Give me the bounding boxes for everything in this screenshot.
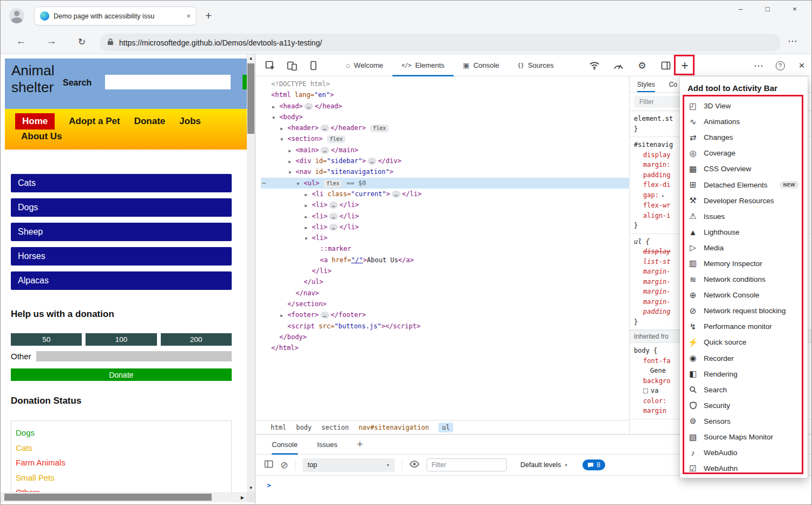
dom-tree-row[interactable]: <html lang="en"> [261,89,629,100]
amount-100-button[interactable]: 100 [86,333,156,346]
back-button[interactable]: ← [14,35,29,47]
dom-tree-row[interactable]: <a href="/">About Us</a> [261,255,629,266]
menu-item-webauthn[interactable]: ☑WebAuthn [680,461,808,476]
devtools-more-icon[interactable]: ⋯ [751,59,765,73]
menu-item-media[interactable]: ▷Media [680,240,808,256]
menu-item-quick-source[interactable]: ⚡Quick source [680,334,808,350]
menu-item-3d-view[interactable]: ◰3D View [680,98,808,114]
devtools-tab-welcome[interactable]: ⌂Welcome [337,54,392,76]
add-tool-button[interactable]: + [678,59,692,73]
collapsed-content-icon[interactable]: … [304,103,313,110]
cats-button[interactable]: Cats [11,174,232,192]
checkbox-icon[interactable] [643,389,648,393]
menu-item-network-request-blocking[interactable]: ⊘Network request blocking [680,303,808,319]
console-filter-input[interactable]: Filter [427,458,507,471]
new-tab-button[interactable]: + [205,9,212,22]
dom-tree-row[interactable]: ▶<div id="sidebar">…</div> [261,156,629,166]
nav-item-jobs[interactable]: Jobs [179,116,201,127]
scroll-right-icon[interactable]: ▶ [241,495,244,500]
menu-item-detached-elements[interactable]: ⊞Detached ElementsNEW [680,177,808,192]
eye-icon[interactable] [409,460,420,470]
dogs-button[interactable]: Dogs [11,198,232,217]
devtools-close-icon[interactable]: × [795,59,809,73]
menu-item-webaudio[interactable]: ♪WebAudio [680,445,808,461]
profile-avatar-icon[interactable] [9,8,24,23]
styles-tab-styles[interactable]: Styles [637,76,655,92]
dom-tree-row[interactable]: ▶<li>…</li> [261,199,629,210]
nav-item-about-us[interactable]: About Us [21,131,62,141]
menu-item-css-overview[interactable]: ▦CSS Overview [680,161,808,177]
refresh-button[interactable]: ↻ [74,36,89,48]
collapsed-content-icon[interactable]: … [329,202,338,209]
menu-item-coverage[interactable]: ◎Coverage [680,145,808,161]
dom-tree-row[interactable]: ▶<footer>…</footer> [261,309,629,320]
devtools-help-icon[interactable]: ? [773,59,787,73]
console-prompt[interactable]: > [267,481,271,489]
device-emulation-icon[interactable] [285,59,299,73]
collapsed-content-icon[interactable]: … [329,224,338,231]
menu-item-performance-monitor[interactable]: ↯Performance monitor [680,319,808,334]
amount-50-button[interactable]: 50 [11,333,82,346]
collapsed-content-icon[interactable]: … [392,191,401,198]
breadcrumb-body[interactable]: body [296,424,312,431]
collapsed-content-icon[interactable]: … [368,158,376,165]
console-tab-console[interactable]: Console [272,435,298,455]
nav-item-adopt-a-pet[interactable]: Adopt a Pet [69,116,120,127]
console-tab-issues[interactable]: Issues [317,435,338,455]
dom-tree-row[interactable]: <!DOCTYPE html> [261,79,629,89]
donate-button[interactable]: Donate [11,368,232,381]
menu-item-search[interactable]: Search [680,382,808,398]
lock-icon[interactable] [107,38,114,48]
console-sidebar-icon[interactable] [264,460,273,470]
search-input[interactable] [105,75,231,89]
dom-tree-row[interactable]: ▼<li> [261,232,629,243]
page-vertical-scrollbar[interactable]: ▲ ▼ [247,54,255,492]
menu-item-network-conditions[interactable]: ≋Network conditions [680,271,808,287]
devtools-tab-console[interactable]: ▣Console [454,54,508,76]
other-amount-input[interactable] [36,351,232,361]
log-levels-selector[interactable]: Default levels▼ [520,461,568,469]
inspect-icon[interactable] [263,59,277,73]
alpacas-button[interactable]: Alpacas [11,271,232,290]
dom-tree-row[interactable]: ▶<li>…</li> [261,211,629,222]
dom-tree-row[interactable]: ▶<main>…</main> [261,145,629,156]
dock-layout-icon[interactable] [659,59,673,73]
flex-badge[interactable]: flex [327,135,345,143]
tab-close-icon[interactable]: × [186,12,191,20]
dom-tree-row[interactable]: ▼<section>flex [261,133,629,144]
scroll-up-icon[interactable]: ▲ [247,56,255,61]
dom-tree-row[interactable]: ▼<ul>flex== $0 [261,178,629,189]
menu-item-security[interactable]: Security [680,398,808,413]
horizontal-scroll-thumb[interactable] [4,494,212,501]
devtools-tab-elements[interactable]: </>Elements [392,54,454,76]
dom-tree-row[interactable]: </section> [261,299,629,309]
forward-button[interactable]: → [44,35,59,47]
dom-tree-row[interactable]: </html> [261,342,629,353]
sheep-button[interactable]: Sheep [11,223,232,241]
menu-item-network-console[interactable]: ⊕Network Console [680,287,808,303]
dom-tree-row[interactable]: ▼<body> [261,112,629,122]
settings-gear-icon[interactable]: ⚙ [635,59,649,73]
window-close-button[interactable]: × [781,5,808,13]
breadcrumb-ul[interactable]: ul [438,423,453,432]
nav-item-home[interactable]: Home [15,113,55,130]
menu-item-issues[interactable]: ⚠Issues [680,209,808,224]
dom-tree-row[interactable]: ▶<li class="current">…</li> [261,189,629,199]
menu-item-changes[interactable]: ⇄Changes [680,130,808,145]
horses-button[interactable]: Horses [11,247,232,266]
context-selector[interactable]: top▼ [303,458,395,472]
collapsed-content-icon[interactable]: … [329,213,338,220]
dom-tree-row[interactable]: ▶<head>…</head> [261,101,629,112]
dom-tree-row[interactable]: ▶<li>…</li> [261,222,629,232]
collapsed-content-icon[interactable]: … [320,125,329,132]
collapsed-content-icon[interactable]: … [320,147,329,154]
vertical-scroll-thumb[interactable] [247,63,254,134]
nav-item-donate[interactable]: Donate [134,116,166,127]
performance-gauge-icon[interactable] [611,59,625,73]
browser-more-icon[interactable]: ⋯ [788,35,797,47]
focus-panel-icon[interactable] [306,59,320,73]
menu-item-developer-resources[interactable]: ⚒Developer Resources [680,193,808,209]
network-wifi-icon[interactable] [587,59,601,73]
dom-tree-row[interactable]: <script src="buttons.js"></script> [261,321,629,332]
menu-item-recorder[interactable]: ◉Recorder [680,351,808,366]
